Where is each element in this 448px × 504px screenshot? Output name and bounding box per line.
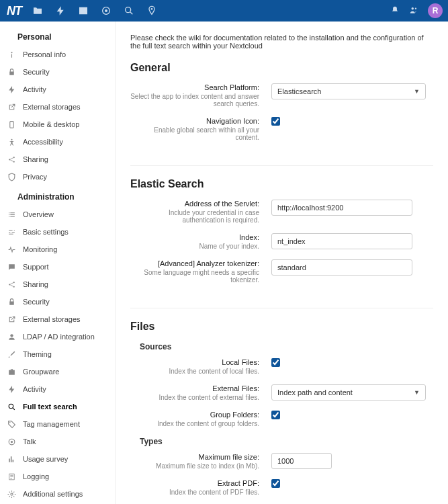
accessibility-icon [7,137,16,146]
content: Please check the wiki for documentation … [116,22,448,504]
hint-servlet: Include your credential in case authenti… [130,209,259,224]
caret-down-icon: ▼ [414,88,420,95]
label-nav-icon: Navigation Icon: [130,117,259,125]
sidebar-item-security[interactable]: Security [0,63,115,81]
checkbox-group-folders[interactable] [271,411,280,419]
sidebar-item-sharing[interactable]: Sharing [0,151,115,168]
subheading-types: Types [140,437,433,446]
checkbox-nav-icon[interactable] [271,117,280,126]
sidebar-item-tag-management[interactable]: Tag management [0,415,115,433]
maps-icon[interactable] [146,5,157,16]
input-tokenizer[interactable] [271,259,412,276]
avatar[interactable]: R [428,3,443,18]
sidebar-item-admin-activity[interactable]: Activity [0,380,115,398]
svg-point-15 [9,404,13,409]
hint-tokenizer: Some language might needs a specific tok… [130,269,259,284]
sidebar-item-label: Mobile & desktop [23,120,79,128]
sidebar-item-label: External storages [23,315,81,323]
heading-elastic: Elastic Search [130,178,433,190]
sidebar-item-fulltext-search[interactable]: Full text search [0,398,115,415]
label-index: Index: [130,233,259,241]
brush-icon [7,349,16,359]
input-max-size[interactable] [271,453,332,469]
svg-point-18 [10,440,12,442]
sidebar-item-label: Sharing [23,280,48,288]
bolt-icon [7,384,16,394]
sidebar-item-label: Activity [23,385,46,393]
sidebar-item-label: Monitoring [23,245,57,253]
checkbox-local-files[interactable] [271,358,280,367]
notifications-icon[interactable] [390,5,400,17]
heading-files: Files [130,321,433,333]
lock-icon [7,297,16,306]
sidebar-item-admin-sharing[interactable]: Sharing [0,276,115,293]
chat-icon [7,262,16,271]
sidebar-item-admin-security[interactable]: Security [0,293,115,310]
sidebar-item-label: Personal info [23,50,66,58]
chart-icon [7,454,16,464]
sidebar-item-ldap[interactable]: LDAP / AD integration [0,328,115,345]
sidebar-item-label: Security [23,68,50,76]
sidebar-item-monitoring[interactable]: Monitoring [0,241,115,258]
svg-point-13 [13,286,14,287]
gallery-icon[interactable] [78,5,89,16]
topbar: NT R [0,0,448,22]
shield-icon [7,172,16,181]
sidebar-item-label: Accessibility [23,138,63,146]
sidebar-item-talk[interactable]: Talk [0,433,115,450]
contacts-icon[interactable] [409,5,418,17]
sidebar-item-usage-survey[interactable]: Usage survey [0,450,115,468]
sidebar-item-label: Additional settings [23,490,83,498]
sidebar-item-theming[interactable]: Theming [0,345,115,363]
sidebar-item-label: Support [23,263,49,271]
sidebar-item-label: Full text search [23,403,77,411]
label-max-size: Maximum file size: [130,453,259,461]
hint-index: Name of your index. [130,243,259,250]
svg-point-16 [9,421,10,423]
sidebar-item-basic-settings[interactable]: Basic settings [0,223,115,241]
sidebar-item-personal-info[interactable]: Personal info [0,46,115,63]
files-icon[interactable] [32,5,43,16]
talk-icon[interactable] [101,5,111,16]
svg-point-12 [13,282,14,283]
briefcase-icon [7,367,16,376]
external-icon [7,314,16,324]
sidebar-item-support[interactable]: Support [0,258,115,276]
sidebar-item-groupware[interactable]: Groupware [0,363,115,380]
sidebar-heading-personal: Personal [0,26,115,46]
sidebar-item-mobile-desktop[interactable]: Mobile & desktop [0,116,115,133]
svg-point-5 [415,7,416,9]
section-general: General Search Platform:Select the app t… [130,62,433,166]
search-icon [7,402,16,411]
select-search-platform[interactable]: Elasticsearch▼ [271,83,426,99]
logo[interactable]: NT [4,4,24,18]
sidebar-item-admin-external[interactable]: External storages [0,310,115,328]
sidebar-item-label: Theming [23,350,52,358]
tag-icon [7,419,16,429]
sidebar-item-privacy[interactable]: Privacy [0,168,115,185]
select-external-files[interactable]: Index path and content▼ [271,384,426,401]
sidebar-item-accessibility[interactable]: Accessibility [0,133,115,151]
svg-point-7 [11,138,12,140]
sidebar-item-activity[interactable]: Activity [0,81,115,98]
checkbox-pdf[interactable] [271,479,280,488]
sidebar-item-label: Overview [23,210,54,218]
svg-point-14 [10,334,13,337]
external-icon [7,102,16,112]
sliders-icon [7,227,16,237]
sidebar-item-logging[interactable]: Logging [0,468,115,485]
talk-icon [7,437,16,446]
input-index[interactable] [271,233,412,249]
search-app-icon[interactable] [124,5,134,16]
activity-icon[interactable] [55,5,66,16]
subheading-sources: Sources [140,342,433,351]
sidebar-item-label: Basic settings [23,228,69,236]
section-elastic: Elastic Search Address of the Servlet:In… [130,178,433,308]
input-servlet[interactable] [271,200,412,216]
sidebar-item-overview[interactable]: Overview [0,206,115,223]
hint-nav-icon: Enable global search within all your con… [130,126,259,141]
sidebar-item-external-storages[interactable]: External storages [0,98,115,116]
sidebar-item-additional-settings[interactable]: Additional settings [0,485,115,503]
sidebar-item-label: External storages [23,103,81,111]
svg-point-1 [105,9,107,12]
